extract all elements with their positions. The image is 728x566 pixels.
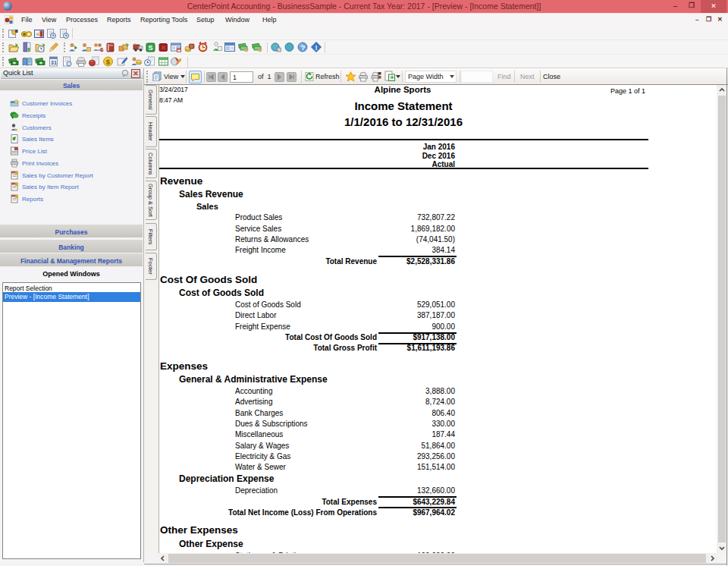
svg-text:$: $	[106, 58, 111, 66]
svg-text:31: 31	[51, 60, 57, 65]
svg-text:!: !	[315, 44, 318, 52]
svg-text:S: S	[149, 44, 153, 52]
svg-text:$: $	[100, 46, 104, 52]
svg-text:?: ?	[301, 43, 306, 52]
